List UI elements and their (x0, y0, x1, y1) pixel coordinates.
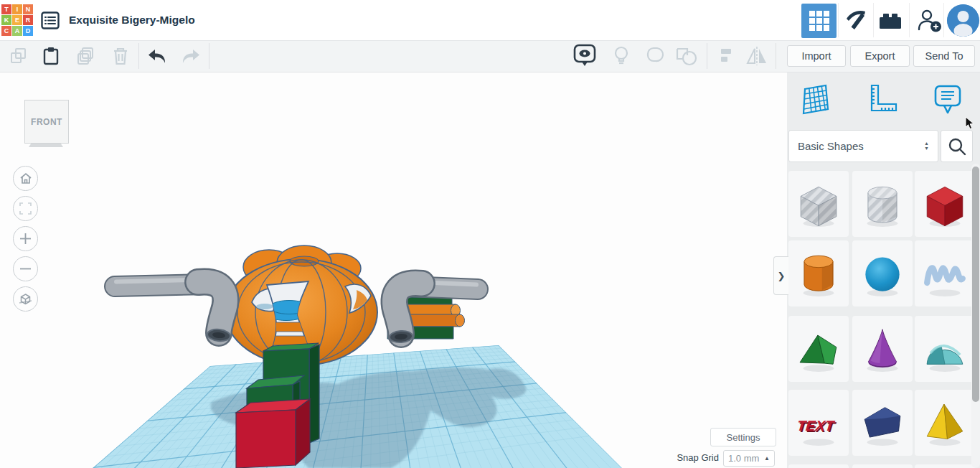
duplicate-icon[interactable] (75, 45, 98, 67)
dropdown-arrows-icon: ▲▼ (924, 141, 929, 151)
ungroup-icon[interactable] (675, 45, 698, 67)
search-icon (948, 137, 966, 156)
perspective-toggle-button[interactable] (13, 286, 38, 312)
chevron-up-icon: ▲ (764, 455, 770, 462)
logo-letter: R (23, 15, 33, 25)
shape-tile-box-hole[interactable] (788, 171, 849, 237)
brick-icon[interactable] (878, 11, 903, 31)
divider (838, 3, 839, 37)
notes-icon[interactable] (933, 83, 963, 121)
export-button[interactable]: Export (850, 45, 910, 67)
shape-tile-box[interactable] (915, 171, 975, 237)
divider (943, 3, 944, 37)
divider (138, 43, 139, 69)
fit-view-button[interactable] (13, 196, 38, 221)
tinkercad-window: TINKERCAD Exquisite Bigery-Migelo (0, 0, 980, 468)
logo-letter: I (12, 4, 22, 14)
edit-toolbar: Import Export Send To (0, 40, 980, 72)
design-title[interactable]: Exquisite Bigery-Migelo (69, 0, 195, 40)
redo-icon[interactable] (179, 45, 202, 67)
model-left-handlebar[interactable] (115, 280, 231, 342)
divider (707, 43, 707, 69)
search-button[interactable] (941, 130, 973, 162)
copy-icon[interactable] (7, 45, 30, 67)
shapes-panel: Basic Shapes ▲▼ TEXTTEXT (787, 72, 980, 468)
add-person-icon[interactable] (917, 9, 943, 33)
tinkercad-logo[interactable]: TINKERCAD (1, 4, 33, 36)
shape-tile-cylinder-hole[interactable] (852, 171, 913, 237)
logo-letter: A (12, 26, 22, 36)
settings-button[interactable]: Settings (710, 428, 776, 446)
show-all-icon[interactable] (610, 45, 633, 67)
logo-letter: C (1, 26, 11, 36)
panel-collapse-handle[interactable]: ❯ (773, 256, 788, 295)
shape-tile-scribble[interactable] (915, 240, 975, 306)
zoom-out-button[interactable] (13, 256, 38, 281)
shape-tile-text[interactable]: TEXTTEXT (788, 390, 849, 456)
shape-tile-sphere[interactable] (852, 240, 913, 306)
divider (776, 43, 776, 69)
snap-grid-value: 1.0 mm (728, 453, 759, 464)
align-icon[interactable] (715, 45, 738, 67)
shape-tile-cylinder[interactable] (788, 240, 849, 306)
divider (909, 3, 910, 37)
snap-grid-label: Snap Grid (649, 452, 719, 463)
snap-grid-dropdown[interactable]: 1.0 mm ▲ (723, 450, 775, 467)
logo-letter: E (12, 15, 22, 25)
logo-letter: N (23, 4, 33, 14)
avatar[interactable] (947, 4, 979, 37)
mirror-icon[interactable] (745, 45, 768, 67)
shape-tile-partial[interactable] (852, 464, 913, 468)
paste-icon[interactable] (39, 45, 62, 67)
logo-letter: K (1, 15, 11, 25)
minecraft-pickaxe-icon[interactable] (845, 9, 868, 32)
shape-tile-pyramid[interactable] (915, 390, 975, 456)
top-bar: TINKERCAD Exquisite Bigery-Migelo (0, 0, 980, 41)
home-view-button[interactable] (13, 166, 38, 191)
logo-letter: T (1, 4, 11, 14)
shape-tile-round-roof[interactable] (915, 316, 975, 382)
mouse-cursor (965, 116, 976, 131)
svg-text:TEXT: TEXT (796, 418, 836, 434)
shape-tile-cone[interactable] (852, 316, 913, 382)
workplane-icon[interactable] (800, 82, 830, 119)
delete-icon[interactable] (109, 45, 132, 67)
divider (873, 3, 874, 37)
import-button[interactable]: Import (787, 45, 846, 67)
shape-tile-roof[interactable] (788, 316, 849, 382)
zoom-in-button[interactable] (13, 226, 38, 251)
send-to-button[interactable]: Send To (913, 45, 975, 67)
view-cube-front[interactable]: FRONT (24, 100, 69, 144)
shape-category-dropdown[interactable]: Basic Shapes ▲▼ (788, 130, 938, 162)
model-red-box[interactable] (236, 399, 310, 468)
panel-scrollbar-thumb[interactable] (972, 167, 979, 402)
divider (209, 43, 209, 69)
tinker-things-icon[interactable] (801, 4, 837, 38)
shape-tile-partial[interactable] (915, 464, 975, 468)
ruler-icon[interactable] (864, 82, 899, 119)
shape-category-value: Basic Shapes (798, 140, 864, 152)
shape-tile-partial[interactable] (788, 464, 849, 468)
group-icon[interactable] (644, 45, 667, 67)
shape-tile-polygon[interactable] (852, 390, 913, 456)
annotation-visibility-icon[interactable] (573, 45, 596, 67)
undo-icon[interactable] (146, 45, 169, 67)
design-properties-icon[interactable] (41, 11, 60, 29)
logo-letter: D (23, 26, 33, 36)
